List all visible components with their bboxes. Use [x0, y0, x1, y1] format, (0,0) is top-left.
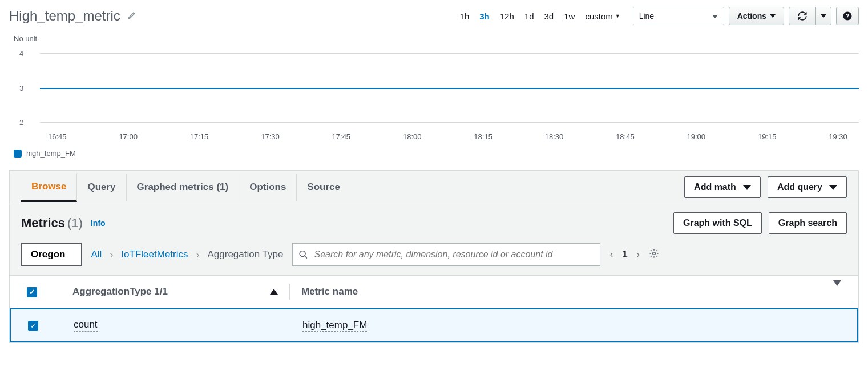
search-icon — [298, 249, 308, 260]
chart-line — [40, 88, 859, 89]
actions-label: Actions — [737, 11, 766, 21]
x-tick: 18:00 — [403, 132, 422, 141]
chevron-right-icon: › — [196, 249, 200, 261]
add-math-label: Add math — [694, 182, 736, 192]
gridline — [40, 122, 859, 123]
select-all-checkbox[interactable]: ✓ — [27, 287, 37, 297]
x-tick: 17:00 — [119, 132, 138, 141]
pager-page: 1 — [622, 249, 627, 260]
x-tick: 18:15 — [474, 132, 492, 141]
region-label: Oregon — [31, 249, 65, 260]
svg-text:?: ? — [846, 13, 849, 19]
page-title: High_temp_metric — [9, 8, 120, 24]
tab-browse[interactable]: Browse — [21, 173, 77, 202]
x-tick: 17:30 — [261, 132, 280, 141]
caret-down-icon — [821, 14, 826, 18]
tab-graphed-metrics[interactable]: Graphed metrics (1) — [127, 174, 240, 201]
time-custom-label: custom — [585, 11, 612, 21]
x-tick: 18:30 — [545, 132, 564, 141]
region-select[interactable]: Oregon — [21, 243, 82, 266]
x-tick: 18:45 — [616, 132, 635, 141]
graph-with-sql-button[interactable]: Graph with SQL — [673, 212, 762, 234]
x-axis: 16:45 17:00 17:15 17:30 17:45 18:00 18:1… — [48, 129, 847, 141]
chart-type-select[interactable]: Line — [633, 7, 724, 25]
x-tick: 17:15 — [190, 132, 209, 141]
y-tick: 3 — [19, 83, 23, 92]
sort-asc-icon[interactable] — [270, 289, 278, 295]
table-header: ✓ AggregationType 1/1 Metric name — [10, 276, 858, 308]
pager-next[interactable]: › — [637, 249, 640, 260]
time-1h[interactable]: 1h — [460, 11, 470, 21]
time-1d[interactable]: 1d — [524, 11, 534, 21]
table-menu-icon[interactable] — [833, 280, 841, 297]
chart-type-value: Line — [639, 11, 654, 21]
time-3h[interactable]: 3h — [479, 11, 490, 21]
th-aggregation-type[interactable]: AggregationType 1/1 — [72, 286, 168, 297]
time-12h[interactable]: 12h — [500, 11, 514, 21]
y-tick: 2 — [19, 118, 23, 127]
refresh-button[interactable] — [789, 7, 816, 25]
breadcrumb: All › IoTFleetMetrics › Aggregation Type — [91, 249, 283, 261]
time-3d[interactable]: 3d — [544, 11, 554, 21]
add-query-button[interactable]: Add query — [768, 176, 847, 198]
pager: ‹ 1 › — [609, 249, 640, 260]
svg-point-2 — [300, 251, 306, 257]
legend-swatch — [14, 150, 22, 158]
metrics-count: (1) — [67, 216, 83, 231]
chevron-right-icon: › — [110, 249, 113, 261]
caret-down-icon — [743, 185, 751, 190]
x-tick: 19:15 — [758, 132, 777, 141]
th-metric-name[interactable]: Metric name — [301, 286, 818, 297]
time-1w[interactable]: 1w — [564, 11, 575, 21]
svg-point-3 — [653, 252, 656, 255]
refresh-icon — [797, 11, 808, 21]
help-icon: ? — [842, 11, 853, 21]
gridline — [40, 53, 859, 54]
refresh-menu-button[interactable] — [816, 7, 831, 25]
x-tick: 19:00 — [687, 132, 706, 141]
cell-metric-name: high_temp_FM — [302, 320, 367, 332]
breadcrumb-current: Aggregation Type — [208, 249, 284, 260]
caret-down-icon — [770, 14, 776, 18]
metrics-heading: Metrics — [21, 216, 65, 231]
x-tick: 16:45 — [48, 132, 67, 141]
tab-options[interactable]: Options — [239, 174, 297, 201]
row-checkbox[interactable]: ✓ — [28, 321, 38, 331]
x-tick: 17:45 — [332, 132, 351, 141]
caret-down-icon — [829, 185, 837, 190]
gear-icon[interactable] — [649, 248, 659, 261]
info-link[interactable]: Info — [91, 219, 106, 228]
actions-button[interactable]: Actions — [729, 7, 784, 25]
breadcrumb-namespace[interactable]: IoTFleetMetrics — [121, 249, 188, 260]
add-math-button[interactable]: Add math — [684, 176, 761, 198]
pencil-icon[interactable] — [127, 10, 138, 22]
x-tick: 19:30 — [829, 132, 847, 141]
search-box[interactable] — [292, 243, 600, 266]
time-range-selector: 1h 3h 12h 1d 3d 1w custom ▼ — [460, 11, 620, 21]
chart-legend: high_temp_FM — [14, 149, 859, 158]
breadcrumb-all[interactable]: All — [91, 249, 102, 260]
help-button[interactable]: ? — [836, 7, 859, 25]
table-row[interactable]: ✓ count high_temp_FM — [10, 308, 858, 342]
search-input[interactable] — [314, 249, 595, 260]
cell-aggregation-type: count — [74, 319, 98, 332]
tab-source[interactable]: Source — [297, 174, 350, 201]
graph-search-button[interactable]: Graph search — [769, 212, 847, 234]
pager-prev[interactable]: ‹ — [609, 249, 613, 260]
column-divider — [289, 284, 290, 300]
y-axis-unit: No unit — [14, 34, 859, 43]
chart: No unit 4 3 2 16:45 17:00 17:15 17:30 17… — [0, 30, 868, 162]
add-query-label: Add query — [777, 182, 822, 192]
tab-query[interactable]: Query — [77, 174, 126, 201]
y-tick: 4 — [19, 49, 23, 57]
time-custom[interactable]: custom ▼ — [585, 11, 620, 21]
legend-label: high_temp_FM — [26, 149, 76, 158]
